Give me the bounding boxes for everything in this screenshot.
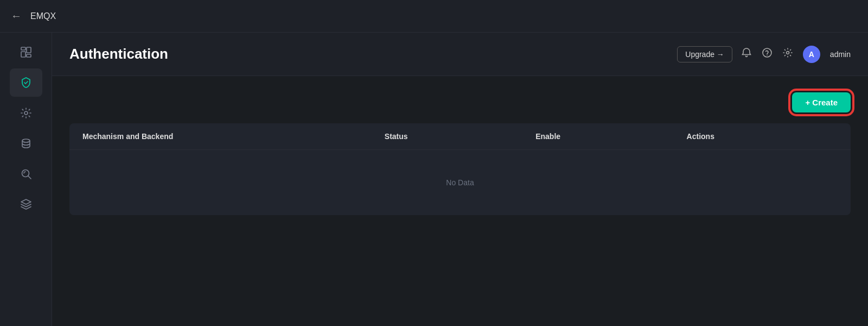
settings-icon[interactable] [782,47,793,61]
svg-point-8 [24,111,28,115]
svg-point-9 [22,139,30,142]
svg-rect-5 [21,52,25,57]
svg-point-12 [763,48,771,57]
help-icon[interactable] [762,47,773,61]
sidebar-item-database[interactable] [10,129,42,158]
svg-rect-7 [27,54,31,57]
col-enable: Enable [535,132,686,141]
svg-rect-6 [27,47,31,53]
notification-icon[interactable] [741,47,752,61]
page-header: Authentication Upgrade → A admin [52,33,868,76]
col-status: Status [385,132,535,141]
svg-line-11 [28,176,31,179]
empty-text: No Data [446,178,474,187]
app-name: EMQX [30,11,56,21]
sidebar-item-layers[interactable] [10,190,42,218]
svg-rect-4 [21,47,25,50]
sidebar-nav [0,33,52,218]
authentication-table: Mechanism and Backend Status Enable Acti… [69,123,851,215]
table-header: Mechanism and Backend Status Enable Acti… [69,123,851,150]
create-button[interactable]: + Create [792,92,851,112]
admin-label: admin [830,50,851,59]
sidebar-item-settings[interactable] [10,99,42,127]
avatar: A [803,46,820,63]
back-button[interactable]: ← [11,10,22,22]
header-icons: A admin [741,46,851,63]
sidebar [0,0,52,326]
table-empty-state: No Data [69,150,851,215]
sidebar-item-authentication[interactable] [10,68,42,97]
upgrade-button[interactable]: Upgrade → [677,46,732,62]
content-area: + Create Mechanism and Backend Status En… [52,76,868,326]
page-title: Authentication [69,46,668,62]
create-button-row: + Create [69,92,851,112]
svg-point-14 [786,52,789,54]
col-actions: Actions [687,132,838,141]
sidebar-item-monitor[interactable] [10,160,42,188]
main-content: Authentication Upgrade → A admin + Creat… [52,0,868,326]
col-mechanism: Mechanism and Backend [82,132,385,141]
sidebar-item-dashboard[interactable] [10,38,42,66]
svg-point-13 [767,55,768,56]
top-bar: ← EMQX [0,0,868,33]
